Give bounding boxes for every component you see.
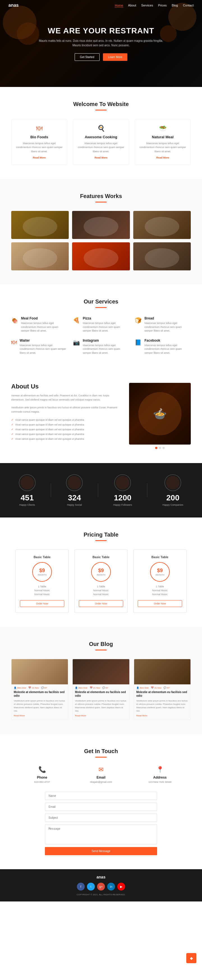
blog-divider	[95, 650, 107, 651]
pricing-divider	[95, 540, 107, 541]
get-started-button[interactable]: Get Started	[75, 53, 100, 61]
contact-value-1: nkajain@gmail.com	[76, 781, 126, 783]
stat-divider-1	[98, 483, 98, 497]
blog-card-0: 👤Alex Doe 📅21 Nov 💬67 Molestie at elemen…	[11, 659, 68, 720]
contact-cols: 📞 Phone 619-992-4737 ✉ Email nkajain@gma…	[11, 766, 191, 783]
blog-title: Our Blog	[11, 641, 191, 648]
contact-divider	[95, 757, 107, 757]
nav-link-contact[interactable]: Contact	[183, 4, 194, 7]
learn-more-button[interactable]: Learn More	[103, 53, 127, 61]
email-icon: ✉	[76, 766, 126, 773]
service-5-title: Facebook	[145, 339, 191, 342]
contact-send-button[interactable]: Send Message	[45, 847, 157, 855]
service-4-content: Instagram Maecenas tempus tellus eget co…	[83, 339, 129, 355]
pricing-section: Pricing Table Basic Table $9 /MONTH 1 Ta…	[0, 517, 202, 627]
welcome-card-2-title: Natural Meal	[139, 135, 186, 139]
services-grid: 🍖 Meal Food Maecenas tempus tellus eget …	[11, 317, 191, 355]
hero-title: WE ARE YOUR RESTRANT	[37, 26, 165, 35]
services-title: Our Services	[11, 298, 191, 305]
linkedin-social-button[interactable]: in	[107, 883, 115, 891]
welcome-cards: 🍽 Bio Foods Maecenas tempus tellus eget …	[11, 119, 191, 165]
about-dot-0[interactable]	[155, 447, 157, 449]
service-1-text: Maecenas tempus tellus eget condimentum …	[83, 321, 129, 333]
pricing-btn-1[interactable]: Order Now	[79, 600, 123, 607]
welcome-card-1-text: Maecenas tempus tellus eget condimentum …	[78, 142, 124, 153]
blog-card-2-title: Molestie at elementum eu facilisis sed o…	[134, 690, 191, 699]
facebook-social-button[interactable]: f	[77, 883, 85, 891]
welcome-card-0-link[interactable]: Read More	[16, 156, 63, 159]
nav-link-home[interactable]: Home	[115, 4, 123, 7]
stat-circle-3	[164, 474, 181, 491]
pricing-circle-1: $9 /MONTH	[91, 562, 111, 582]
blog-read-more-0[interactable]: Read More	[11, 714, 68, 720]
phone-icon: 📞	[17, 766, 67, 773]
contact-label-2: Address	[135, 776, 185, 780]
youtube-social-button[interactable]: ▶	[117, 883, 125, 891]
about-dot-2[interactable]	[162, 447, 165, 449]
services-section: Our Services 🍖 Meal Food Maecenas tempus…	[0, 285, 202, 369]
stat-label-2: Happy Followers	[113, 503, 132, 506]
footer: anas f t g+ in ▶ COPYRIGHT © 2021. ALL R…	[0, 869, 202, 902]
contact-email-input[interactable]	[45, 803, 157, 811]
blog-card-1-title: Molestie at elementum eu facilisis sed o…	[73, 690, 129, 699]
welcome-card-2-link[interactable]: Read More	[139, 156, 186, 159]
contact-name-input[interactable]	[45, 792, 157, 800]
feature-img-2	[72, 211, 130, 239]
service-2-content: Bread Maecenas tempus tellus eget condim…	[145, 317, 191, 333]
about-left: About Us Aenean at elementum eu facilisi…	[11, 383, 121, 441]
contact-col-0: 📞 Phone 619-992-4737	[17, 766, 67, 783]
blog-card-2: 👤Alex Doe 📅21 Nov 💬67 Molestie at elemen…	[134, 659, 191, 720]
service-0-text: Maecenas tempus tellus eget condimentum …	[21, 321, 67, 333]
pricing-btn-2[interactable]: Order Now	[138, 600, 182, 607]
stats-row: 451 Happy Clients 324 Happy Social 1200 …	[11, 474, 191, 506]
stat-item-2: 1200 Happy Followers	[113, 474, 132, 506]
blog-read-more-1[interactable]: Read More	[73, 714, 129, 720]
service-1-title: Pizza	[83, 317, 129, 320]
blog-author-0: 👤Alex Doe	[14, 687, 26, 689]
nav-link-blog[interactable]: Blog	[172, 4, 178, 7]
service-2-text: Maecenas tempus tellus eget condimentum …	[145, 321, 191, 333]
pricing-period-2: /MONTH	[156, 574, 164, 576]
blog-img-0	[11, 659, 68, 684]
about-section: About Us Aenean at elementum eu facilisi…	[0, 369, 202, 463]
stat-num-0: 451	[19, 493, 36, 502]
twitter-social-button[interactable]: t	[87, 883, 95, 891]
google-plus-social-button[interactable]: g+	[97, 883, 105, 891]
contact-form: Send Message	[45, 792, 157, 855]
service-item-2: 🍞 Bread Maecenas tempus tellus eget cond…	[135, 317, 191, 333]
contact-section: Get In Touch 📞 Phone 619-992-4737 ✉ Emai…	[0, 734, 202, 869]
welcome-card-1-link[interactable]: Read More	[78, 156, 124, 159]
service-3-title: Waiter	[20, 339, 67, 342]
welcome-card-1: 🍳 Awesome Cooking Maecenas tempus tellus…	[73, 119, 129, 165]
service-0-title: Meal Food	[21, 317, 67, 320]
nav-link-services[interactable]: Services	[141, 4, 153, 7]
about-list-item-0: Vivat varius quam quisque id diam vel es…	[11, 417, 121, 422]
hero-section: WE ARE YOUR RESTRANT Mauris mattis felis…	[0, 0, 202, 87]
pricing-feature-0-1: Normal Music	[20, 589, 64, 592]
blog-comments-0: 💬67	[41, 687, 47, 689]
about-dot-1[interactable]	[159, 447, 161, 449]
hero-content: WE ARE YOUR RESTRANT Mauris mattis felis…	[31, 26, 171, 61]
contact-subject-input[interactable]	[45, 814, 157, 822]
pricing-feature-2-1: Normal Music	[138, 589, 182, 592]
pricing-price-1: $9	[98, 568, 104, 574]
stat-num-3: 200	[162, 493, 183, 502]
blog-card-0-title: Molestie at elementum eu facilisis sed o…	[11, 690, 68, 699]
pricing-circle-2: $9 /MONTH	[150, 562, 170, 582]
about-list-item-3: Vivat varius quam quisque id diam vel es…	[11, 432, 121, 436]
footer-copyright: COPYRIGHT © 2021. ALL RIGHTS RESERVED.	[6, 893, 196, 896]
about-intro: Aenean at elementum eu facilisis sed odi…	[11, 393, 121, 402]
pricing-card-1: Basic Table $9 /MONTH 1 Table Normal Mus…	[74, 549, 128, 613]
blog-read-more-2[interactable]: Read More	[134, 714, 191, 720]
welcome-divider	[95, 110, 107, 110]
stat-item-1: 324 Happy Social	[66, 474, 83, 506]
pricing-feature-1-0: 1 Table	[79, 585, 123, 588]
blog-author-1: 👤Alex Doe	[75, 687, 87, 689]
service-2-title: Bread	[145, 317, 191, 320]
nav-link-about[interactable]: About	[128, 4, 136, 7]
nav-link-prices[interactable]: Prices	[158, 4, 167, 7]
contact-message-input[interactable]	[45, 825, 157, 844]
pricing-btn-0[interactable]: Order Now	[20, 600, 64, 607]
service-item-5: 📘 Facebook Maecenas tempus tellus eget c…	[135, 339, 191, 355]
pricing-feature-2-0: 1 Table	[138, 585, 182, 588]
